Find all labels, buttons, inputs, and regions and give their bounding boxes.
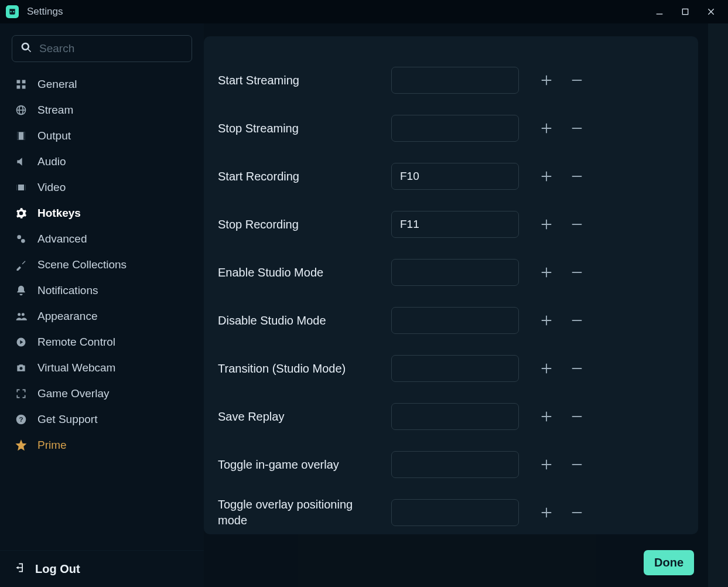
question-icon: ?: [14, 414, 28, 425]
sidebar-item-scene-collections[interactable]: Scene Collections: [0, 252, 204, 278]
remove-hotkey-button[interactable]: [567, 214, 587, 234]
done-button[interactable]: Done: [644, 550, 694, 575]
svg-text:?: ?: [19, 415, 23, 423]
hotkey-row-disable-studio-mode: Disable Studio Mode: [218, 296, 698, 344]
sidebar-item-get-support[interactable]: ? Get Support: [0, 407, 204, 432]
svg-rect-13: [23, 132, 25, 139]
sidebar-item-general[interactable]: General: [0, 71, 204, 97]
sidebar-item-output[interactable]: Output: [0, 123, 204, 149]
minimize-button[interactable]: [654, 6, 665, 17]
remove-hotkey-button[interactable]: [567, 455, 587, 475]
sidebar-item-label: Output: [37, 129, 71, 142]
hotkey-row-stop-recording: Stop Recording: [218, 200, 698, 248]
maximize-button[interactable]: [680, 6, 691, 17]
sidebar-item-appearance[interactable]: Appearance: [0, 303, 204, 329]
svg-rect-27: [572, 128, 582, 129]
sidebar-item-advanced[interactable]: Advanced: [0, 226, 204, 252]
hotkey-input-transition[interactable]: [391, 355, 519, 382]
sidebar-item-label: General: [37, 78, 77, 91]
people-icon: [14, 310, 28, 322]
window-controls: [654, 6, 722, 17]
add-hotkey-button[interactable]: [536, 455, 556, 475]
svg-point-18: [21, 239, 25, 243]
add-hotkey-button[interactable]: [536, 407, 556, 426]
search-input[interactable]: [39, 42, 183, 55]
svg-rect-12: [17, 132, 19, 139]
hotkey-input-start-streaming[interactable]: [391, 67, 519, 94]
remove-hotkey-button[interactable]: [567, 262, 587, 282]
remove-hotkey-button[interactable]: [567, 359, 587, 378]
sidebar-item-video[interactable]: Video: [0, 175, 204, 200]
add-hotkey-button[interactable]: [536, 214, 556, 234]
sidebar-item-label: Prime: [37, 439, 67, 452]
hotkey-label: Enable Studio Mode: [218, 265, 391, 281]
grid-icon: [14, 79, 28, 90]
remove-hotkey-button[interactable]: [567, 503, 587, 523]
hotkey-label: Disable Studio Mode: [218, 313, 391, 329]
add-hotkey-button[interactable]: [536, 262, 556, 282]
sidebar-item-audio[interactable]: Audio: [0, 149, 204, 175]
add-hotkey-button[interactable]: [536, 118, 556, 138]
hotkey-row-toggle-overlay-positioning: Toggle overlay positioning mode: [218, 489, 698, 534]
svg-rect-35: [572, 512, 582, 513]
search-icon: [20, 42, 32, 56]
hotkey-input-start-recording[interactable]: [391, 163, 519, 190]
hotkey-label: Toggle overlay positioning mode: [218, 497, 391, 528]
hotkey-row-start-streaming: Start Streaming: [218, 56, 698, 104]
hotkey-row-transition: Transition (Studio Mode): [218, 344, 698, 393]
hotkey-input-stop-recording[interactable]: [391, 211, 519, 238]
expand-icon: [14, 388, 28, 400]
search-input-wrap[interactable]: [12, 35, 192, 62]
sidebar-item-label: Appearance: [37, 310, 97, 323]
logout-button[interactable]: Log Out: [0, 551, 204, 587]
hotkey-row-toggle-overlay: Toggle in-game overlay: [218, 441, 698, 489]
svg-marker-25: [17, 441, 26, 450]
hotkey-input-disable-studio-mode[interactable]: [391, 307, 519, 334]
camera-icon: [14, 362, 28, 374]
remove-hotkey-button[interactable]: [567, 166, 587, 186]
sidebar-item-notifications[interactable]: Notifications: [0, 278, 204, 303]
svg-rect-31: [572, 320, 582, 321]
remove-hotkey-button[interactable]: [567, 407, 587, 426]
hotkey-input-toggle-overlay[interactable]: [391, 451, 519, 478]
add-hotkey-button[interactable]: [536, 70, 556, 90]
sidebar-item-label: Video: [37, 181, 66, 194]
sidebar-item-label: Hotkeys: [37, 207, 81, 220]
gear-icon: [14, 207, 28, 219]
remove-hotkey-button[interactable]: [567, 310, 587, 330]
sidebar-item-label: Scene Collections: [37, 258, 127, 271]
window-title: Settings: [27, 6, 63, 18]
sidebar-item-game-overlay[interactable]: Game Overlay: [0, 381, 204, 407]
remove-hotkey-button[interactable]: [567, 70, 587, 90]
close-button[interactable]: [706, 6, 716, 17]
add-hotkey-button[interactable]: [536, 310, 556, 330]
hotkey-input-enable-studio-mode[interactable]: [391, 259, 519, 286]
hotkey-input-save-replay[interactable]: [391, 403, 519, 430]
hotkey-input-stop-streaming[interactable]: [391, 115, 519, 142]
svg-rect-28: [572, 176, 582, 177]
add-hotkey-button[interactable]: [536, 166, 556, 186]
remove-hotkey-button[interactable]: [567, 118, 587, 138]
video-icon: [14, 182, 28, 193]
sidebar-item-prime[interactable]: Prime: [0, 432, 204, 458]
svg-rect-29: [572, 224, 582, 225]
add-hotkey-button[interactable]: [536, 503, 556, 523]
sidebar-item-stream[interactable]: Stream: [0, 97, 204, 123]
film-icon: [14, 130, 28, 142]
hotkey-input-toggle-overlay-positioning[interactable]: [391, 499, 519, 526]
hotkey-label: Start Streaming: [218, 73, 391, 88]
sidebar-item-remote-control[interactable]: Remote Control: [0, 329, 204, 355]
sidebar-item-virtual-webcam[interactable]: Virtual Webcam: [0, 355, 204, 381]
add-hotkey-button[interactable]: [536, 359, 556, 378]
hotkey-label: Stop Recording: [218, 217, 391, 233]
hotkey-label: Start Recording: [218, 169, 391, 185]
hotkey-label: Toggle in-game overlay: [218, 457, 391, 473]
svg-rect-4: [17, 80, 20, 84]
settings-window: General Stream Output Audio Video Hotkey…: [0, 23, 728, 587]
sidebar-item-label: Notifications: [37, 284, 98, 297]
sidebar-item-label: Stream: [37, 104, 73, 117]
hotkey-row-stop-streaming: Stop Streaming: [218, 104, 698, 152]
hotkey-row-enable-studio-mode: Enable Studio Mode: [218, 248, 698, 296]
sidebar-item-hotkeys[interactable]: Hotkeys: [0, 200, 204, 226]
hotkey-label: Transition (Studio Mode): [218, 361, 391, 377]
